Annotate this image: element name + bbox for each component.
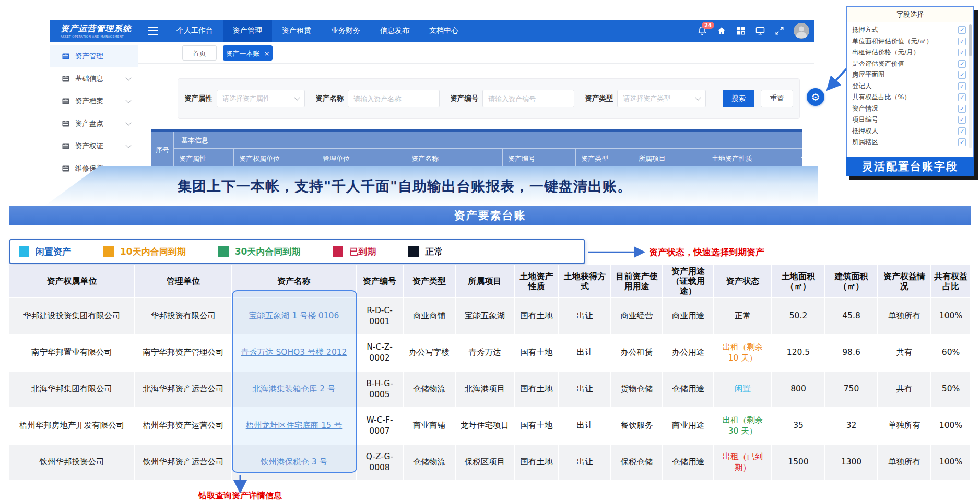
field-checklist-item: 项目编号✓ — [852, 114, 966, 126]
gear-icon: ⚙ — [811, 91, 820, 103]
panel-scrollbar[interactable] — [969, 24, 972, 148]
nav-item[interactable]: 文档中心 — [419, 20, 468, 42]
column-header[interactable]: 土地面积（㎡） — [772, 265, 825, 298]
cell-land_mode: 出让 — [559, 334, 611, 371]
asset-attribute-select[interactable]: 请选择资产属性 — [217, 90, 305, 107]
cell-manager: 钦州华邦资产运营公司 — [135, 444, 232, 481]
user-avatar[interactable] — [794, 23, 809, 39]
tab-close-icon[interactable]: × — [264, 50, 270, 57]
table-row: 钦州华邦投资公司钦州华邦资产运营公司钦州港保税仓 3 号Q-Z-G-0008仓储… — [9, 444, 971, 481]
cell-building_area: 32 — [825, 408, 878, 444]
field-label: 所属辖区 — [852, 138, 878, 147]
sidebar-item[interactable]: 资产管理 — [50, 45, 138, 67]
asset-name-link[interactable]: 宝能五象湖 1 号楼 0106 — [249, 311, 339, 320]
asset-name-link[interactable]: 梧州龙圩区住宅底商 15 号 — [246, 421, 343, 430]
asset-name-input[interactable] — [348, 90, 440, 107]
checkbox-checked-icon[interactable]: ✓ — [958, 38, 966, 45]
nav-item[interactable]: 信息发布 — [370, 20, 419, 42]
cell-project: 宝能五象湖 — [455, 298, 514, 334]
column-header[interactable]: 资产名称 — [232, 265, 356, 298]
checkbox-checked-icon[interactable]: ✓ — [958, 49, 966, 56]
column-header[interactable]: 资产编号 — [356, 265, 403, 298]
column-header[interactable]: 资产状态 — [714, 265, 772, 298]
checkbox-checked-icon[interactable]: ✓ — [958, 60, 966, 68]
status-legend: 闲置资产10天内合同到期30天内合同到期已到期正常 — [9, 239, 585, 264]
checkbox-checked-icon[interactable]: ✓ — [958, 138, 966, 146]
monitor-icon[interactable] — [755, 26, 765, 36]
menu-toggle-icon[interactable] — [148, 27, 158, 35]
drill-annotation: 钻取查询资产详情信息 — [172, 491, 308, 501]
field-panel-title: 字段选择 — [847, 7, 973, 22]
column-header[interactable]: 资产用途（证载用途） — [663, 265, 714, 298]
chevron-down-icon — [125, 142, 131, 148]
cell-owner: 南宁华邦置业有限公司 — [9, 334, 135, 371]
column-header[interactable]: 建筑面积（㎡） — [825, 265, 878, 298]
column-header[interactable]: 资产权益情况 — [878, 265, 931, 298]
asset-name-link[interactable]: 钦州港保税仓 3 号 — [261, 457, 327, 467]
nav-item[interactable]: 个人工作台 — [167, 20, 223, 42]
filter-label-asset-attribute: 资产属性 — [184, 94, 212, 103]
column-header[interactable]: 资产类型 — [403, 265, 455, 298]
asset-code-input[interactable] — [482, 90, 574, 107]
filter-bar: 资产属性 请选择资产属性 资产名称 资产编号 资产类型 请选择资产类型 搜索 重… — [178, 78, 800, 119]
checkbox-checked-icon[interactable]: ✓ — [958, 116, 966, 124]
asset-type-select[interactable]: 请选择资产类型 — [617, 90, 705, 107]
reset-button[interactable]: 重置 — [761, 90, 793, 107]
cell-type: 商业商铺 — [403, 408, 455, 444]
cell-land_area: 120.5 — [772, 334, 825, 371]
field-checklist-item: 房屋平面图✓ — [852, 69, 966, 81]
column-header[interactable]: 土地获得方式 — [559, 265, 611, 298]
notifications-bell-icon[interactable]: 24 — [697, 26, 707, 36]
field-checklist-item: 所属辖区✓ — [852, 137, 966, 148]
sidebar-item[interactable]: 基础信息 — [50, 67, 138, 90]
legend-annotation-arrow — [587, 244, 647, 260]
nav-item[interactable]: 资产管理 — [223, 20, 272, 42]
asset-name-link[interactable]: 青秀万达 SOHO3 号楼 2012 — [241, 348, 347, 357]
column-header[interactable]: 资产权属单位 — [9, 265, 135, 298]
column-header[interactable]: 所属项目 — [455, 265, 514, 298]
search-button[interactable]: 搜索 — [723, 90, 755, 107]
nav-item[interactable]: 资产租赁 — [272, 20, 321, 42]
cell-land_mode: 出让 — [559, 371, 611, 408]
cell-equity: 单独所有 — [878, 298, 931, 334]
home-icon[interactable] — [716, 26, 727, 36]
cell-type: 仓储物流 — [403, 371, 455, 408]
tab-asset-ledger[interactable]: 资产一本账× — [223, 45, 273, 61]
sidebar-item[interactable]: 资产档案 — [50, 90, 138, 112]
cell-project: 青秀万达 — [455, 334, 514, 371]
cell-cert_use: 商业用途 — [663, 298, 714, 334]
cell-cert_use: 仓储用途 — [663, 444, 714, 481]
sidebar-item[interactable]: 资产盘点 — [50, 112, 138, 135]
fullscreen-icon[interactable] — [774, 26, 785, 36]
nav-item[interactable]: 业务财务 — [321, 20, 370, 42]
cell-name: 青秀万达 SOHO3 号楼 2012 — [232, 334, 356, 371]
checkbox-checked-icon[interactable]: ✓ — [958, 105, 966, 113]
column-header[interactable]: 目前资产使用用途 — [611, 265, 663, 298]
app-title: 资产运营管理系统 — [61, 23, 138, 34]
column-header[interactable]: 共有权益占比 — [931, 265, 971, 298]
main-nav: 个人工作台资产管理资产租赁业务财务信息发布文档中心 — [167, 20, 468, 42]
apps-grid-icon[interactable] — [736, 26, 746, 36]
cell-land_mode: 出让 — [559, 444, 611, 481]
filter-label-asset-type: 资产类型 — [585, 94, 613, 103]
cell-status: 闲置 — [714, 371, 772, 408]
checkbox-checked-icon[interactable]: ✓ — [958, 93, 966, 101]
cell-equity: 共有 — [878, 371, 931, 408]
cell-project: 保税区项目 — [455, 444, 514, 481]
column-settings-button[interactable]: ⚙ — [807, 88, 824, 106]
cell-current_use: 货物仓储 — [611, 371, 663, 408]
asset-name-link[interactable]: 北海港集装箱仓库 2 号 — [252, 384, 335, 393]
field-label: 出租评估价格（元/月） — [852, 48, 919, 57]
checkbox-checked-icon[interactable]: ✓ — [958, 71, 966, 79]
cell-share: 100% — [931, 298, 971, 334]
column-header[interactable]: 土地资产性质 — [514, 265, 559, 298]
sidebar-item[interactable]: 资产权证 — [50, 135, 138, 157]
checkbox-checked-icon[interactable]: ✓ — [958, 127, 966, 135]
legend-color-swatch — [333, 246, 343, 257]
column-header[interactable]: 管理单位 — [135, 265, 232, 298]
checkbox-checked-icon[interactable]: ✓ — [958, 82, 966, 90]
checkbox-checked-icon[interactable]: ✓ — [958, 26, 966, 34]
table-row: 南宁华邦置业有限公司南宁华邦资产管理公司青秀万达 SOHO3 号楼 2012N-… — [9, 334, 971, 371]
scrollbar-thumb[interactable] — [969, 24, 972, 56]
tab-home[interactable]: 首页 — [182, 45, 217, 61]
